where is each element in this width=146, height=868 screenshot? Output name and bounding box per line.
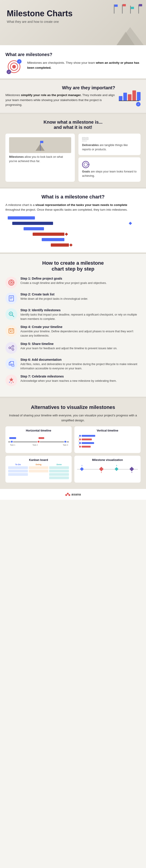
step-3-desc: Identify tasks that impact your deadline… [20, 313, 141, 321]
svg-line-10 [12, 315, 14, 317]
alternatives-grid: Horizontal timeline Task 1 Task 2 Task 3 [5, 426, 141, 483]
know-title: Know what a milestone is... and what it … [5, 120, 141, 130]
howto-title: How to create a milestone chart step by … [5, 260, 141, 272]
step-4-icon [5, 325, 17, 337]
vertical-timeline-title: Vertical timeline [77, 429, 138, 432]
horizontal-timeline-visual: Task 1 Task 2 Task 3 [8, 434, 69, 450]
svg-line-22 [11, 347, 12, 347]
step-1-title: Step 1: Define project goals [20, 277, 141, 280]
why-body: Milestones simplify your role as the pro… [5, 93, 115, 107]
step-2: Step 2: Create task list Write down all … [5, 292, 141, 304]
milestone-body: Milestones are checkpoints. They show yo… [27, 60, 141, 70]
mviz-title: Milestone visualization [77, 458, 138, 462]
milestones-card-text: Milestones allow you to look back on wha… [9, 155, 71, 163]
flag-purple [136, 3, 142, 13]
step-3-content: Step 3: Identify milestones Identify tas… [20, 308, 141, 321]
asana-logo-icon [65, 493, 71, 496]
milestone-icons: ✓ ✓ [5, 60, 24, 74]
flag-teal [128, 7, 133, 13]
step-3: Step 3: Identify milestones Identify tas… [5, 308, 141, 321]
step-2-title: Step 2: Create task list [20, 292, 141, 296]
svg-point-29 [13, 382, 14, 383]
step-2-content: Step 2: Create task list Write down all … [20, 292, 141, 301]
howto-section: How to create a milestone chart step by … [0, 254, 146, 397]
deliverables-card-text: Deliverables are tangible things like re… [82, 143, 137, 152]
alternatives-section: Alternatives to visualize milestones Ins… [0, 398, 146, 489]
step-1-icon [5, 277, 17, 288]
gantt-chart [5, 216, 141, 247]
step-7-desc: Acknowledge when your team reaches a new… [20, 379, 141, 383]
step-5-title: Step 5: Share timeline [20, 342, 141, 346]
flag-blue [112, 4, 117, 13]
milestone-icon-graphic: ✓ ✓ [8, 60, 21, 74]
step-7-content: Step 7: Celebrate milestones Acknowledge… [20, 375, 141, 383]
chart-body: A milestone chart is a visual representa… [5, 203, 141, 212]
what-are-title: What are milestones? [5, 52, 141, 57]
step-5: Step 5: Share timeline Ask your team for… [5, 342, 141, 354]
svg-point-20 [12, 345, 14, 347]
step-4-content: Step 4: Create your timeline Assemble yo… [20, 325, 141, 338]
alternatives-title: Alternatives to visualize milestones [5, 404, 141, 410]
step-3-title: Step 3: Identify milestones [20, 308, 141, 312]
mviz-visual: 1 2 3 4 [77, 463, 138, 475]
goals-card-text: Goals are steps your team looks forward … [82, 169, 137, 178]
know-cards: Milestones allow you to look back on wha… [5, 133, 141, 182]
step-2-desc: Write down all the project tasks in chro… [20, 297, 141, 301]
kanban-col-todo: To Do [8, 463, 28, 480]
horizontal-timeline-title: Horizontal timeline [8, 429, 69, 432]
step-1: Step 1: Define project goals Create a ro… [5, 277, 141, 288]
svg-rect-17 [10, 331, 11, 332]
svg-point-33 [65, 494, 67, 496]
gantt-row-2 [5, 221, 141, 225]
step-6-content: Step 6: Add documentation Add files, not… [20, 358, 141, 371]
kanban-col-done: Done [49, 463, 69, 480]
deliverables-card: Deliverables are tangible things like re… [78, 133, 141, 155]
svg-point-21 [12, 348, 14, 350]
step-7-icon [5, 375, 17, 386]
step-5-desc: Ask your team for feedback and adjust th… [20, 346, 141, 350]
asana-brand-name: asana [71, 493, 81, 496]
horizontal-timeline-card: Horizontal timeline Task 1 Task 2 Task 3 [5, 426, 72, 453]
why-title: Why are they important? [5, 85, 115, 90]
step-4-desc: Assemble your timeline. Define dependenc… [20, 329, 141, 338]
flag-red [120, 2, 125, 13]
why-chart: ✓ [119, 85, 141, 106]
svg-rect-5 [9, 296, 14, 301]
svg-point-2 [11, 282, 12, 283]
mviz-card: Milestone visualization 1 2 3 4 [74, 456, 141, 483]
step-5-icon [5, 342, 17, 354]
svg-rect-18 [11, 331, 13, 332]
svg-point-19 [9, 347, 11, 349]
svg-point-30 [11, 383, 12, 383]
chart-title: What is a milestone chart? [5, 194, 141, 200]
gantt-row-6 [5, 243, 141, 247]
alternatives-body: Instead of sharing your timeline with ev… [5, 413, 141, 423]
footer: asana [0, 489, 146, 500]
vertical-timeline-card: Vertical timeline [74, 426, 141, 453]
step-6-icon [5, 358, 17, 370]
goals-card: Goals are steps your team looks forward … [78, 157, 141, 182]
why-important-section: Why are they important? Milestones simpl… [0, 80, 146, 113]
hero-section: Milestone Charts What they are and how t… [0, 0, 146, 45]
step-6: Step 6: Add documentation Add files, not… [5, 358, 141, 371]
step-2-icon [5, 292, 17, 304]
step-7-title: Step 7: Celebrate milestones [20, 375, 141, 378]
step-4: Step 4: Create your timeline Assemble yo… [5, 325, 141, 338]
kanban-title: Kanban board [8, 458, 69, 462]
step-5-content: Step 5: Share timeline Ask your team for… [20, 342, 141, 350]
svg-point-34 [69, 494, 70, 496]
gantt-row-4 [5, 232, 141, 236]
asana-logo: asana [65, 493, 81, 496]
step-4-title: Step 4: Create your timeline [20, 325, 141, 329]
step-1-content: Step 1: Define project goals Create a ro… [20, 277, 141, 285]
kanban-card: Kanban board To Do Doing Done [5, 456, 72, 483]
step-6-title: Step 6: Add documentation [20, 358, 141, 362]
chart-section: What is a milestone chart? A milestone c… [0, 188, 146, 252]
know-section: Know what a milestone is... and what it … [0, 114, 146, 187]
step-6-desc: Add files, notes, and deliverables to yo… [20, 362, 141, 371]
step-3-icon [5, 308, 17, 320]
gantt-row-3 [5, 227, 141, 231]
gantt-row-1 [5, 216, 141, 220]
gantt-row-5 [5, 238, 141, 242]
step-1-desc: Create a rough timeline and define your … [20, 281, 141, 285]
